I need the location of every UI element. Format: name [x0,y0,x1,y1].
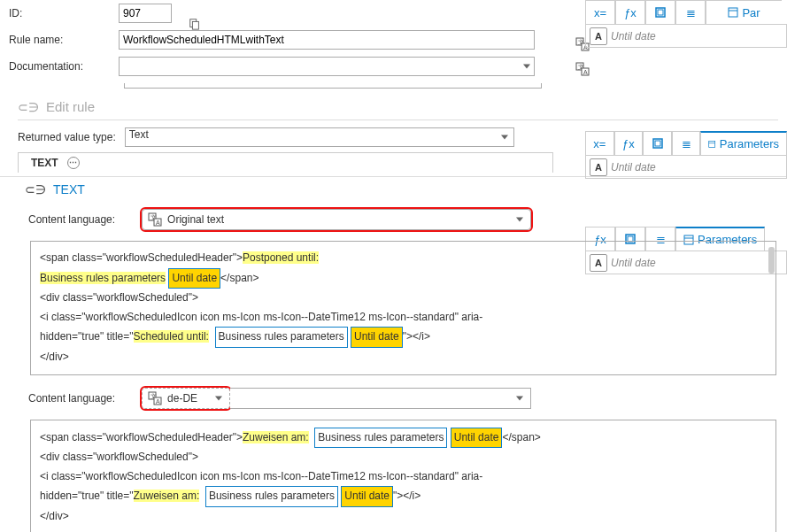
returned-value-label: Returned value type: [18,131,116,143]
link-icon: ⊂∋ [25,182,46,197]
field-until-date: Until date [611,30,656,42]
translate-icon: 文A [148,212,162,227]
id-input[interactable] [119,4,172,23]
tab-list-icon[interactable]: ≣ [672,131,701,155]
id-label: ID: [9,7,113,19]
tab-parameters-cut[interactable]: Par [706,0,782,24]
content-language-label: Content language: [28,213,115,226]
copy-icon[interactable] [186,15,204,33]
highlight-scheduled: Scheduled until: [134,330,209,343]
highlight-brp: Business rules parameters [40,272,166,284]
content-language-select-de[interactable]: 文A de-DE [142,388,230,409]
tab-square-icon[interactable] [645,0,675,24]
scrollbar-thumb[interactable] [768,247,775,274]
documentation-select[interactable] [119,57,535,76]
tab-parameters[interactable]: Parameters [700,131,787,155]
tab-list-icon[interactable]: ≣ [675,0,706,24]
content-language-select-original[interactable]: 文A Original text [142,209,531,230]
svg-rect-16 [709,141,715,147]
field-type-badge: A [590,27,607,45]
content-language-label: Content language: [28,392,115,405]
svg-text:A: A [583,69,588,75]
svg-rect-12 [729,8,737,17]
code-editor-de[interactable]: <span class="workflowScheduledHeader">Zu… [30,420,776,532]
text-section-header: ⊂∋ TEXT [0,177,787,202]
param-until-date[interactable]: Until date [351,327,403,348]
translate-icon[interactable]: 文A [574,60,591,78]
returned-value-select[interactable]: Text [125,127,514,147]
right-panel-mid: x= ƒx ≣ Parameters A Until date [585,131,787,179]
highlight-postponed: Postponed until: [243,251,319,264]
param-until-date[interactable]: Until date [341,486,393,507]
svg-rect-15 [655,141,660,146]
right-panel-top: x= ƒx ≣ Par A Until date [585,0,787,48]
svg-text:A: A [156,220,160,226]
rule-name-input[interactable] [119,30,535,50]
link-icon: ⊂∋ [18,100,39,114]
tab-fx-icon[interactable]: ƒx [614,131,644,155]
text-node-tag[interactable]: TEXT ⋯ [18,152,553,173]
param-brp[interactable]: Business rules parameters [215,327,348,348]
field-until-date: Until date [611,161,656,173]
highlight-zuweisen: Zuweisen am: [134,490,200,502]
documentation-label: Documentation: [9,60,113,73]
param-until-date[interactable]: Until date [168,268,220,289]
edit-rule-header: ⊂∋ Edit rule [0,94,787,120]
highlight-zuweisen: Zuweisen am: [243,431,309,443]
svg-rect-11 [658,10,663,15]
translate-icon: 文A [148,391,162,405]
svg-rect-1 [192,21,198,29]
code-editor-original[interactable]: <span class="workflowScheduledHeader">Po… [30,241,776,375]
tab-vars-icon[interactable]: x= [585,0,615,24]
tab-vars-icon[interactable]: x= [585,131,614,155]
field-type-badge: A [590,158,607,176]
content-language-select-rest[interactable] [230,388,531,409]
param-brp[interactable]: Business rules parameters [314,428,447,449]
param-until-date[interactable]: Until date [451,428,503,449]
tab-square-icon[interactable] [643,131,672,155]
svg-text:A: A [156,398,160,405]
more-options-icon[interactable]: ⋯ [67,157,80,169]
tab-fx-icon[interactable]: ƒx [615,0,645,24]
rule-name-label: Rule name: [9,34,113,46]
param-brp[interactable]: Business rules parameters [205,486,338,507]
